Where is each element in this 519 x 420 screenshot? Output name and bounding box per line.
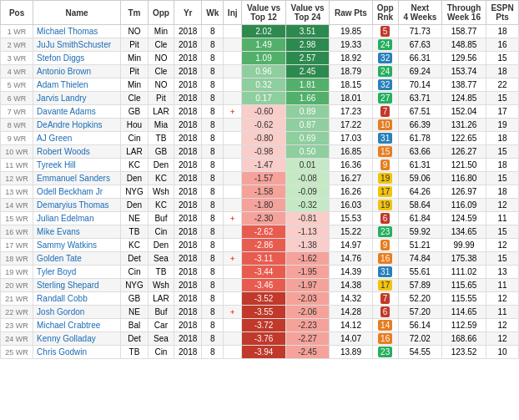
next4-weeks: 74.84 [398, 252, 441, 266]
player-name[interactable]: Emmanuel Sanders [33, 172, 121, 185]
raw-pts: 16.36 [330, 159, 372, 172]
player-name[interactable]: Tyler Boyd [33, 266, 121, 279]
next4-weeks: 58.64 [398, 199, 441, 212]
opp-rank-badge: 6 [380, 306, 391, 317]
player-name[interactable]: Golden Tate [33, 252, 121, 266]
player-name[interactable]: Davante Adams [33, 105, 121, 119]
year: 2018 [174, 319, 201, 332]
through-week16: 168.66 [442, 332, 486, 346]
value-vs-top12: -3.72 [242, 319, 286, 332]
pos-label: 4 WR [8, 68, 27, 76]
table-row: 14 WR Demaryius Thomas Den KC 2018 8 -1.… [1, 199, 519, 212]
raw-pts: 14.12 [330, 319, 372, 332]
player-name[interactable]: Jarvis Landry [33, 92, 121, 105]
opp-rank-badge: 23 [378, 226, 392, 237]
inj [224, 279, 242, 292]
player-name[interactable]: Demaryius Thomas [33, 199, 121, 212]
rank-pos: 15 WR [1, 212, 33, 225]
inj: + [224, 306, 242, 319]
player-name[interactable]: Antonio Brown [33, 65, 121, 78]
value-vs-top24: -0.08 [285, 172, 330, 185]
table-body: 1 WR Michael Thomas NO Min 2018 8 2.02 3… [1, 25, 519, 359]
player-name[interactable]: Sterling Shepard [33, 279, 121, 292]
opp-rank-badge: 15 [378, 146, 392, 157]
through-week16: 123.52 [442, 346, 486, 359]
col-name: Name [33, 1, 121, 25]
through-week16: 148.85 [442, 38, 486, 52]
value-vs-top24: -0.32 [285, 199, 330, 212]
espn-pts: 11 [486, 306, 519, 319]
table-row: 7 WR Davante Adams GB LAR 2018 8 + -0.60… [1, 105, 519, 119]
raw-pts: 14.39 [330, 266, 372, 279]
col-opprnk: OppRnk [372, 1, 398, 25]
opp-rank: 16 [372, 332, 398, 346]
raw-pts: 13.89 [330, 346, 372, 359]
value-vs-top12: -0.80 [242, 132, 286, 145]
player-name[interactable]: DeAndre Hopkins [33, 119, 121, 132]
through-week16: 124.85 [442, 92, 486, 105]
player-name[interactable]: Julian Edelman [33, 212, 121, 225]
week: 8 [202, 25, 224, 38]
opp-rank: 15 [372, 145, 398, 159]
year: 2018 [174, 332, 201, 346]
opp-rank: 6 [372, 212, 398, 225]
next4-weeks: 66.31 [398, 52, 441, 65]
through-week16: 131.26 [442, 119, 486, 132]
inj [224, 38, 242, 52]
player-name[interactable]: Michael Thomas [33, 25, 121, 38]
team: Min [121, 78, 149, 92]
rank-pos: 13 WR [1, 185, 33, 199]
col-inj: Inj [224, 1, 242, 25]
header-row: Pos Name Tm Opp Yr Wk Inj Value vsTop 12… [1, 1, 519, 25]
opp-rank: 32 [372, 52, 398, 65]
player-name[interactable]: Adam Thielen [33, 78, 121, 92]
inj [224, 119, 242, 132]
rank-pos: 9 WR [1, 132, 33, 145]
rank-pos: 5 WR [1, 78, 33, 92]
raw-pts: 16.03 [330, 199, 372, 212]
raw-pts: 17.23 [330, 105, 372, 119]
through-week16: 152.04 [442, 105, 486, 119]
opp: LAR [148, 105, 174, 119]
player-name[interactable]: Randall Cobb [33, 292, 121, 306]
value-vs-top12: -1.57 [242, 172, 286, 185]
player-name[interactable]: Kenny Golladay [33, 332, 121, 346]
player-name[interactable]: Odell Beckham Jr [33, 185, 121, 199]
player-name[interactable]: Josh Gordon [33, 306, 121, 319]
year: 2018 [174, 78, 201, 92]
pos-label: 3 WR [8, 54, 27, 63]
next4-weeks: 63.66 [398, 145, 441, 159]
week: 8 [202, 199, 224, 212]
opp-rank-badge: 17 [378, 186, 392, 197]
player-name[interactable]: AJ Green [33, 132, 121, 145]
team: Cle [121, 92, 149, 105]
table-row: 21 WR Randall Cobb GB LAR 2018 8 -3.52 -… [1, 292, 519, 306]
rank-pos: 22 WR [1, 306, 33, 319]
pos-label: 14 WR [5, 201, 28, 210]
col-raw: Raw Pts [330, 1, 372, 25]
rank-pos: 6 WR [1, 92, 33, 105]
espn-pts: 12 [486, 332, 519, 346]
next4-weeks: 72.02 [398, 332, 441, 346]
player-name[interactable]: Robert Woods [33, 145, 121, 159]
player-name[interactable]: Chris Godwin [33, 346, 121, 359]
rank-pos: 10 WR [1, 145, 33, 159]
table-row: 16 WR Mike Evans TB Cin 2018 8 -2.62 -1.… [1, 225, 519, 239]
player-name[interactable]: Stefon Diggs [33, 52, 121, 65]
opp-rank-badge: 14 [378, 320, 392, 331]
player-name[interactable]: JuJu SmithSchuster [33, 38, 121, 52]
year: 2018 [174, 52, 201, 65]
player-name[interactable]: Mike Evans [33, 225, 121, 239]
value-vs-top12: -1.58 [242, 185, 286, 199]
value-vs-top24: -2.45 [285, 346, 330, 359]
raw-pts: 17.03 [330, 132, 372, 145]
espn-pts: 10 [486, 346, 519, 359]
value-vs-top12: 0.17 [242, 92, 286, 105]
rank-pos: 19 WR [1, 266, 33, 279]
table-row: 23 WR Michael Crabtree Bal Car 2018 8 -3… [1, 319, 519, 332]
espn-pts: 15 [486, 252, 519, 266]
player-name[interactable]: Tyreek Hill [33, 159, 121, 172]
player-name[interactable]: Sammy Watkins [33, 239, 121, 252]
col-espn: ESPNPts [486, 1, 519, 25]
player-name[interactable]: Michael Crabtree [33, 319, 121, 332]
